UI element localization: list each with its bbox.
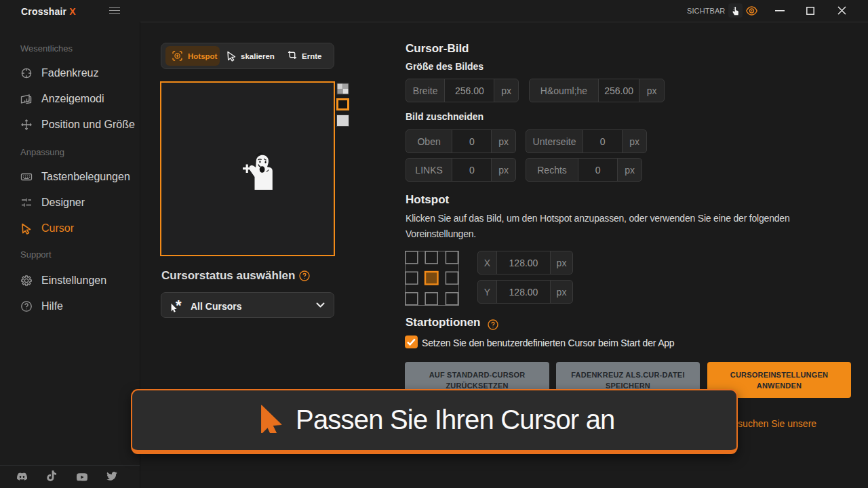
svg-text:*: *	[176, 297, 182, 314]
